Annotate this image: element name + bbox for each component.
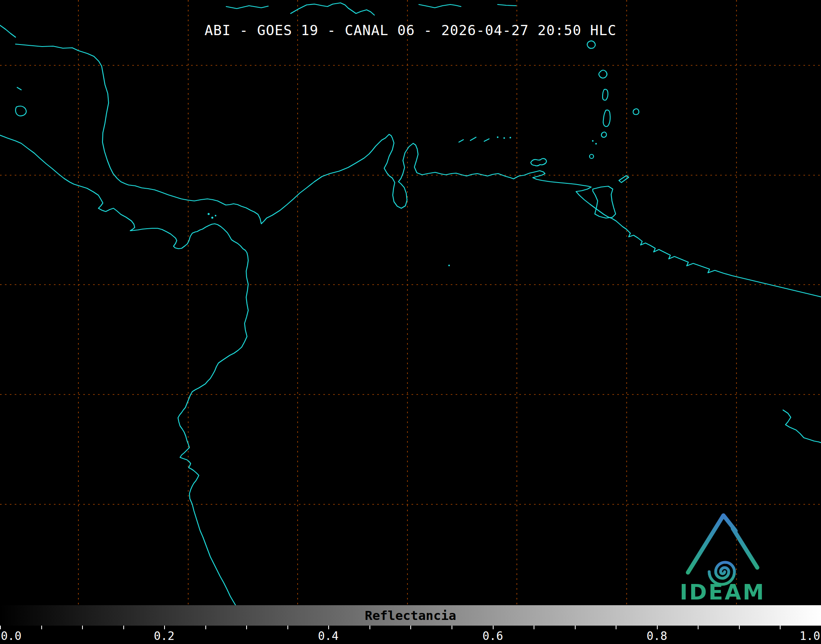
colorbar-tick-label: 0.4 [318, 629, 339, 643]
island-dot [208, 213, 210, 215]
island [603, 110, 610, 126]
islands-venezuela-offshore [459, 136, 547, 166]
island-dot [503, 137, 505, 139]
colorbar-tick-label: 0.8 [647, 629, 667, 643]
island [587, 41, 595, 48]
islands-lesser-antilles [587, 41, 639, 218]
colorbar-tick-label: 0.0 [1, 629, 22, 643]
island-curacao [470, 137, 476, 140]
ideam-logo: IDEAM [674, 506, 772, 608]
island-barbados [633, 109, 639, 114]
island-dot [592, 140, 594, 142]
island-trinidad [593, 186, 616, 218]
lake-dot [448, 265, 450, 266]
image-title: ABI - GOES 19 - CANAL 06 - 2026-04-27 20… [0, 22, 821, 38]
island-dot [497, 136, 498, 138]
island-bonaire [484, 139, 489, 141]
colorbar-tick-label: 0.2 [154, 629, 175, 643]
lake-nicaragua [16, 106, 26, 116]
colorbar-tick-label: 1.0 [799, 629, 820, 643]
island-dot [595, 143, 597, 145]
colorbar-ticks [0, 626, 821, 629]
island [601, 132, 607, 137]
colorbar-tick-labels: 0.0 0.2 0.4 0.6 0.8 1.0 [0, 629, 821, 644]
coastline-fragment-puerto-rico [419, 4, 461, 8]
island-san-andres [17, 87, 21, 90]
island-grenada [590, 154, 594, 158]
colorbar-label: Reflectancia [365, 608, 456, 623]
coastline-pacific-south-america [0, 135, 248, 605]
satellite-image-viewer: ABI - GOES 19 - CANAL 06 - 2026-04-27 20… [0, 0, 821, 644]
islands-misc [17, 87, 450, 266]
colorbar-tick-label: 0.6 [483, 629, 503, 643]
island [599, 70, 607, 78]
island-dot [215, 215, 216, 216]
island [603, 89, 608, 100]
island-dot [211, 217, 214, 219]
coastline-fragment-hispaniola [291, 3, 374, 15]
coastline-fragment-right-edge [783, 410, 821, 443]
island-margarita [531, 158, 547, 166]
coastline-fragment-top-right [498, 4, 516, 6]
logo-text: IDEAM [680, 580, 765, 604]
island-dot [510, 137, 511, 138]
colorbar: Reflectancia [0, 605, 821, 626]
coastline-fragment-top [226, 6, 268, 9]
island-aruba [459, 140, 463, 142]
island-tobago [619, 176, 629, 183]
coastline-caribbean-south-america [16, 44, 821, 297]
